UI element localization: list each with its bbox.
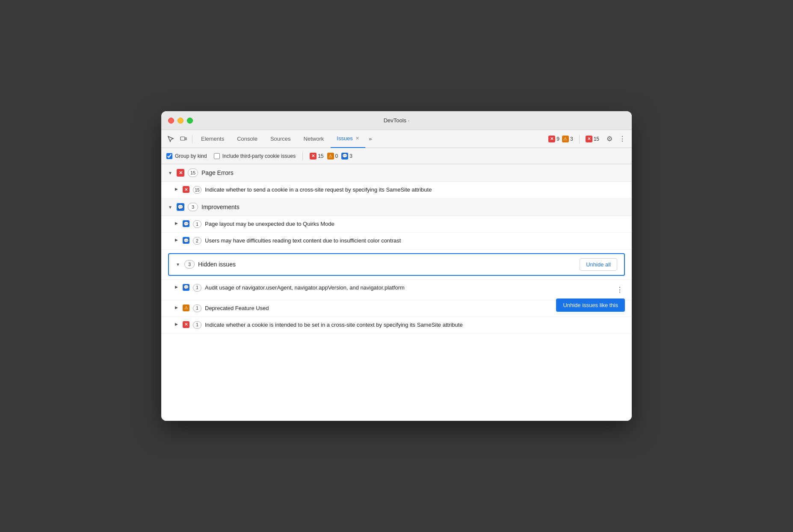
hidden-issues-section-header[interactable]: ▼ 3 Hidden issues Unhide all [168,253,625,276]
filter-info-badge[interactable]: 💬 3 [341,153,352,160]
svg-rect-0 [180,137,185,140]
group-by-kind-checkbox-group: Group by kind [166,153,207,159]
issue-count-5: 1 [193,304,201,312]
issue-count-3: 2 [193,237,201,245]
issue-samesite-cookie[interactable]: ▶ ✕ 15 Indicate whether to send a cookie… [161,182,632,198]
inspect-icon[interactable] [165,133,177,145]
issue-text-4: Audit usage of navigator.userAgent, navi… [205,284,611,292]
warn-count: 3 [570,136,573,142]
issue-count-4: 1 [193,284,201,292]
svg-rect-1 [185,138,186,140]
maximize-button[interactable] [187,118,193,124]
improvements-icon: 💬 [177,203,184,211]
window-title: DevTools · [384,117,410,124]
issue-color-contrast[interactable]: ▶ 💬 2 Users may have difficulties readin… [161,233,632,249]
tab-elements[interactable]: Elements [195,130,230,148]
badge-group: ✕ 9 ⚠ 3 [545,136,576,142]
page-errors-section-header[interactable]: ▼ ✕ 15 Page Errors [161,164,632,182]
unhide-issues-popup[interactable]: Unhide issues like this [556,299,625,312]
issues-error-icon: ✕ [586,136,592,142]
hidden-section-inner: ▼ 3 Hidden issues [176,260,576,269]
traffic-lights [168,118,193,124]
hidden-title: Hidden issues [198,261,236,268]
toolbar: Elements Console Sources Network Issues … [161,130,632,148]
group-by-kind-label: Group by kind [175,153,207,159]
issue-chevron-4: ▶ [175,285,179,289]
titlebar: DevTools · [161,111,632,130]
tab-sources[interactable]: Sources [264,130,297,148]
issue-text: Indicate whether to send a cookie in a c… [205,186,625,194]
tab-close-icon[interactable]: ✕ [355,136,359,141]
filter-warn-icon: ⚠ [327,153,334,160]
minimize-button[interactable] [178,118,183,124]
page-errors-count: 15 [188,168,198,177]
filter-warn-badge[interactable]: ⚠ 0 [327,153,338,160]
issue-info-icon-2: 💬 [183,237,189,244]
improvements-title: Improvements [201,204,240,210]
issue-quirks-mode[interactable]: ▶ 💬 1 Page layout may be unexpected due … [161,216,632,233]
page-errors-icon: ✕ [177,169,184,177]
issue-samesite-cookie2[interactable]: ▶ ✕ 1 Indicate whether a cookie is inten… [161,317,632,334]
filter-separator [302,152,303,160]
filter-error-count: 15 [318,153,323,159]
issue-text-2: Page layout may be unexpected due to Qui… [205,220,625,228]
issue-chevron-5: ▶ [175,305,179,310]
issue-count: 15 [193,186,201,194]
unhide-all-button[interactable]: Unhide all [580,258,617,271]
third-party-checkbox-group: Include third-party cookie issues [214,153,296,159]
issue-error-icon-2: ✕ [183,321,189,328]
issue-chevron: ▶ [175,187,179,191]
settings-icon[interactable]: ⚙ [604,133,615,145]
close-button[interactable] [168,118,174,124]
filter-info-count: 3 [349,153,352,159]
improvements-count: 3 [188,203,198,211]
error-icon: ✕ [548,136,555,142]
issue-text-6: Indicate whether a cookie is intended to… [205,321,625,329]
issue-error-icon: ✕ [183,186,189,193]
error-count: 9 [556,136,559,142]
device-toggle-icon[interactable] [178,133,189,145]
toolbar-divider-1 [192,135,192,143]
tab-issues[interactable]: Issues ✕ [331,130,365,148]
group-by-kind-checkbox[interactable] [166,153,172,159]
issue-count-2: 1 [193,220,201,228]
filter-error-badge[interactable]: ✕ 15 [310,153,323,160]
issue-info-icon-3: 💬 [183,284,189,291]
filter-badges: ✕ 15 ⚠ 0 💬 3 [310,153,352,160]
page-errors-title: Page Errors [201,169,234,176]
issue-navigator-audit[interactable]: ▶ 💬 1 Audit usage of navigator.userAgent… [161,280,632,300]
warn-icon: ⚠ [562,136,569,142]
hidden-count: 3 [184,260,195,269]
error-badge[interactable]: ✕ 9 [548,136,559,142]
issues-badge[interactable]: ✕ 15 [586,136,599,142]
page-errors-chevron: ▼ [168,171,173,175]
issue-chevron-6: ▶ [175,322,179,326]
issue-text-3: Users may have difficulties reading text… [205,237,625,245]
improvements-chevron: ▼ [168,205,173,210]
tab-network[interactable]: Network [298,130,330,148]
filter-info-icon: 💬 [341,153,348,160]
content: ▼ ✕ 15 Page Errors ▶ ✕ 15 Indicate wheth… [161,164,632,421]
issue-chevron-3: ▶ [175,238,179,242]
issue-count-6: 1 [193,321,201,329]
issue-info-icon-1: 💬 [183,220,189,227]
hidden-chevron: ▼ [176,262,181,267]
issue-more-icon[interactable]: ⋮ [615,284,625,296]
issue-navigator-audit-row: ▶ 💬 1 Audit usage of navigator.userAgent… [161,280,632,300]
issues-badge-group: ✕ 15 [582,136,603,142]
filter-error-icon: ✕ [310,153,317,160]
more-tabs-icon[interactable]: » [366,130,374,148]
third-party-label: Include third-party cookie issues [222,153,296,159]
warn-badge[interactable]: ⚠ 3 [562,136,573,142]
badge-separator [579,135,580,143]
devtools-window: DevTools · Elements Console Sources Netw… [161,111,632,421]
third-party-checkbox[interactable] [214,153,220,159]
issue-chevron-2: ▶ [175,221,179,225]
improvements-section-header[interactable]: ▼ 💬 3 Improvements [161,198,632,216]
filter-bar: Group by kind Include third-party cookie… [161,148,632,164]
filter-warn-count: 0 [335,153,338,159]
tab-console[interactable]: Console [231,130,263,148]
more-options-icon[interactable]: ⋮ [616,133,628,145]
issues-count: 15 [594,136,599,142]
issue-warn-icon: ⚠ [183,304,189,311]
